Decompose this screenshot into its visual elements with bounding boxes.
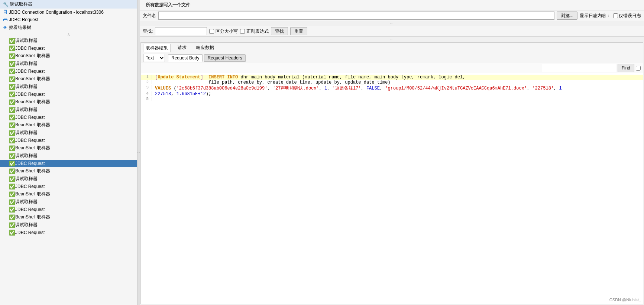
code-find-checkbox[interactable] <box>636 66 641 71</box>
tree-item-debug6[interactable]: ✅调试取样器 <box>0 152 137 160</box>
simulate-error-checkbox[interactable] <box>613 13 618 18</box>
reset-button[interactable]: 重置 <box>290 27 307 35</box>
green-check-icon: ✅ <box>9 45 15 51</box>
find-bar: Find <box>141 63 643 73</box>
format-dropdown[interactable]: Text XML JSON HTML <box>143 54 165 62</box>
tree-item-jdbc1[interactable]: ✅JDBC Request <box>0 45 137 52</box>
case-sensitive-checkbox[interactable] <box>209 29 214 34</box>
tree-container: ✅调试取样器✅JDBC Request✅BeanShell 取样器✅调试取样器✅… <box>0 37 137 305</box>
green-check-icon: ✅ <box>9 160 15 166</box>
tree-item-label: JDBC Request <box>15 92 45 97</box>
tree-item-bean7[interactable]: ✅BeanShell 取样器 <box>0 190 137 198</box>
code-line-5: 5 <box>141 97 643 101</box>
left-panel: 🔧 调试取样器 🗄 JDBC Connection Configuration … <box>0 0 137 305</box>
sub-tab-request-body[interactable]: Request Body <box>168 54 203 62</box>
tree-item-label: 调试取样器 <box>15 61 38 67</box>
green-check-icon: ✅ <box>9 214 15 220</box>
nav-label: JDBC Request <box>9 17 38 22</box>
tree-item-label: BeanShell 取样器 <box>15 168 50 174</box>
green-check-icon: ✅ <box>9 91 15 97</box>
case-sensitive-label[interactable]: 区分大小写 <box>209 28 238 35</box>
green-check-icon: ✅ <box>9 76 15 82</box>
tree-item-bean6[interactable]: ✅BeanShell 取样器 <box>0 167 137 175</box>
tree-item-bean3[interactable]: ✅BeanShell 取样器 <box>0 98 137 106</box>
tree-item-label: BeanShell 取样器 <box>15 53 50 59</box>
nav-item-view-results[interactable]: 👁 察看结果树 <box>0 23 137 32</box>
tab-request[interactable]: 请求 <box>175 43 189 52</box>
tree-item-jdbc3[interactable]: ✅JDBC Request <box>0 91 137 98</box>
search-label: 查找: <box>143 28 153 35</box>
wrench-icon: 🔧 <box>3 2 9 7</box>
nav-item-jdbc-request[interactable]: 🗃 JDBC Request <box>0 16 137 23</box>
line-num-5: 5 <box>141 97 152 101</box>
splitter-dots-3: ··· <box>140 37 644 42</box>
eye-icon: 👁 <box>3 25 7 30</box>
log-content-label: 显示日志内容： <box>580 13 611 19</box>
tree-item-jdbc5[interactable]: ✅JDBC Request <box>0 137 137 144</box>
tab-response-data[interactable]: 响应数据 <box>194 43 217 52</box>
tree-item-debug8[interactable]: ✅调试取样器 <box>0 198 137 206</box>
tree-item-label: JDBC Request <box>15 207 45 212</box>
tree-item-debug7[interactable]: ✅调试取样器 <box>0 175 137 183</box>
tree-item-jdbc8[interactable]: ✅JDBC Request <box>0 206 137 213</box>
line-num-3: 3 <box>141 85 152 90</box>
tree-item-bean5[interactable]: ✅BeanShell 取样器 <box>0 144 137 152</box>
code-find-button[interactable]: Find <box>618 64 634 72</box>
code-viewer[interactable]: 1 [Update Statement] INSERT INTO dhr_mai… <box>141 73 643 304</box>
green-check-icon: ✅ <box>9 130 15 136</box>
search-input[interactable] <box>155 27 207 35</box>
tree-item-label: JDBC Request <box>15 230 45 235</box>
nav-item-jdbc-connection[interactable]: 🗄 JDBC Connection Configuration - localh… <box>0 9 137 16</box>
tree-item-label: JDBC Request <box>15 46 45 51</box>
tree-item-debug5[interactable]: ✅调试取样器 <box>0 129 137 137</box>
panel-title: 所有数据写入一个文件 <box>143 1 193 9</box>
tree-item-bean1[interactable]: ✅BeanShell 取样器 <box>0 52 137 60</box>
right-panel: 所有数据写入一个文件 文件名 浏览... 显示日志内容： 仅错误日志 ··· 查… <box>140 0 644 305</box>
tree-item-jdbc2[interactable]: ✅JDBC Request <box>0 68 137 75</box>
regex-label[interactable]: 正则表达式 <box>240 28 269 35</box>
green-check-icon: ✅ <box>9 53 15 59</box>
tree-item-bean8[interactable]: ✅BeanShell 取样器 <box>0 213 137 221</box>
code-find-input[interactable] <box>542 64 616 72</box>
find-button[interactable]: 查找 <box>271 27 288 35</box>
tree-item-label: 调试取样器 <box>15 153 38 159</box>
nav-item-debug-sampler[interactable]: 🔧 调试取样器 <box>0 0 137 9</box>
tree-item-jdbc6[interactable]: ✅JDBC Request <box>0 160 137 167</box>
tree-item-debug1[interactable]: ✅调试取样器 <box>0 37 137 45</box>
browse-button[interactable]: 浏览... <box>557 12 577 20</box>
tree-item-label: 调试取样器 <box>15 84 38 90</box>
tab-sampler-result[interactable]: 取样器结果 <box>143 44 171 52</box>
tree-item-debug4[interactable]: ✅调试取样器 <box>0 106 137 114</box>
regex-checkbox[interactable] <box>240 29 245 34</box>
tree-item-label: BeanShell 取样器 <box>15 76 50 82</box>
green-check-icon: ✅ <box>9 61 15 67</box>
simulate-error-checkbox-label[interactable]: 仅错误日志 <box>613 13 641 19</box>
filename-input[interactable] <box>158 12 554 20</box>
nav-label: 察看结果树 <box>9 25 31 31</box>
tree-item-label: JDBC Request <box>15 138 45 143</box>
h-splitter-dots: ∧ <box>0 32 137 37</box>
nav-label: 调试取样器 <box>10 1 32 7</box>
tree-item-jdbc4[interactable]: ✅JDBC Request <box>0 114 137 121</box>
tree-item-label: BeanShell 取样器 <box>15 191 50 197</box>
tree-item-jdbc7[interactable]: ✅JDBC Request <box>0 183 137 190</box>
tree-item-bean2[interactable]: ✅BeanShell 取样器 <box>0 75 137 83</box>
green-check-icon: ✅ <box>9 168 15 174</box>
green-check-icon: ✅ <box>9 68 15 74</box>
search-row: 查找: 区分大小写 正则表达式 查找 重置 <box>140 26 644 37</box>
code-line-4: 4 227518, 1.66815E+12); <box>141 91 643 97</box>
green-check-icon: ✅ <box>9 176 15 182</box>
tree-item-debug2[interactable]: ✅调试取样器 <box>0 60 137 68</box>
result-area: 取样器结果 请求 响应数据 Text XML JSON HTML Request… <box>140 42 643 304</box>
tree-item-label: JDBC Request <box>15 184 45 189</box>
tree-item-bean4[interactable]: ✅BeanShell 取样器 <box>0 121 137 129</box>
tree-item-debug3[interactable]: ✅调试取样器 <box>0 83 137 91</box>
sub-tab-request-headers[interactable]: Request Headers <box>204 54 245 62</box>
line-content-2: file_path, create_by, create_date_time, … <box>154 80 643 85</box>
green-check-icon: ✅ <box>9 145 15 151</box>
green-check-icon: ✅ <box>9 222 15 228</box>
tree-item-jdbc9[interactable]: ✅JDBC Request <box>0 229 137 236</box>
db-request-icon: 🗃 <box>3 17 7 22</box>
tree-item-label: JDBC Request <box>15 115 45 120</box>
tree-item-debug9[interactable]: ✅调试取样器 <box>0 221 137 229</box>
